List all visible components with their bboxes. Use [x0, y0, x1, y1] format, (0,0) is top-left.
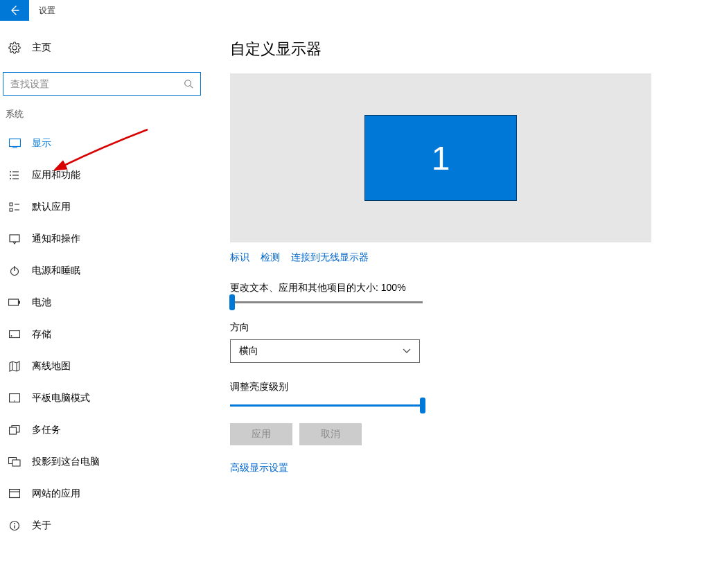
svg-point-0 — [185, 80, 191, 87]
sidebar-item-tablet[interactable]: 平板电脑模式 — [0, 382, 208, 414]
sidebar-item-default-apps[interactable]: 默认应用 — [0, 191, 208, 223]
sidebar-item-display[interactable]: 显示 — [0, 127, 208, 159]
sidebar-item-storage[interactable]: 存储 — [0, 319, 208, 350]
project-icon — [8, 457, 21, 467]
detect-link[interactable]: 检测 — [261, 251, 280, 264]
nav-label: 网站的应用 — [32, 488, 80, 500]
info-icon — [8, 520, 21, 531]
advanced-display-link[interactable]: 高级显示设置 — [230, 462, 288, 474]
search-icon — [184, 79, 193, 89]
svg-rect-18 — [19, 301, 20, 304]
home-button[interactable]: 主页 — [0, 33, 208, 62]
brightness-slider[interactable] — [230, 404, 423, 407]
gear-icon — [8, 42, 21, 54]
identify-link[interactable]: 标识 — [230, 251, 249, 264]
nav-label: 通知和操作 — [32, 233, 80, 245]
content-area: 自定义显示器 1 标识 检测 连接到无线显示器 更改文本、应用和其他项目的大小:… — [208, 21, 704, 588]
sidebar-item-power[interactable]: 电源和睡眠 — [0, 255, 208, 287]
sidebar-item-web-apps[interactable]: 网站的应用 — [0, 478, 208, 510]
tablet-icon — [8, 393, 21, 403]
svg-line-1 — [191, 86, 193, 89]
sidebar-item-project[interactable]: 投影到这台电脑 — [0, 446, 208, 478]
scale-setting: 更改文本、应用和其他项目的大小: 100% — [230, 282, 690, 303]
nav-label: 电源和睡眠 — [32, 265, 80, 277]
title-bar: 设置 — [0, 0, 704, 21]
svg-rect-25 — [12, 460, 20, 466]
multitask-icon — [8, 425, 21, 435]
scale-label: 更改文本、应用和其他项目的大小: 100% — [230, 282, 690, 294]
monitor-1[interactable]: 1 — [364, 115, 517, 201]
display-action-links: 标识 检测 连接到无线显示器 — [230, 251, 690, 264]
nav-label: 平板电脑模式 — [32, 392, 90, 404]
svg-rect-23 — [10, 427, 17, 434]
slider-thumb[interactable] — [229, 294, 235, 310]
search-input[interactable] — [10, 78, 193, 89]
scale-slider[interactable] — [230, 301, 423, 303]
map-icon — [8, 361, 21, 372]
svg-rect-10 — [10, 203, 12, 206]
page-title: 自定义显示器 — [230, 39, 690, 60]
brightness-label: 调整亮度级别 — [230, 381, 690, 393]
nav-label: 显示 — [32, 137, 51, 150]
slider-thumb[interactable] — [420, 398, 425, 413]
nav-label: 默认应用 — [32, 201, 71, 213]
sidebar-item-apps[interactable]: 应用和功能 — [0, 159, 208, 191]
button-row: 应用 取消 — [230, 423, 690, 445]
svg-rect-14 — [10, 235, 19, 242]
home-label: 主页 — [32, 42, 51, 54]
search-box[interactable] — [3, 72, 201, 96]
nav-label: 电池 — [32, 296, 51, 309]
monitor-preview-area[interactable]: 1 — [230, 73, 651, 242]
sidebar-item-battery[interactable]: 电池 — [0, 287, 208, 319]
apply-button[interactable]: 应用 — [230, 423, 292, 445]
monitor-icon — [8, 139, 21, 148]
notification-icon — [8, 233, 21, 244]
chevron-down-icon — [403, 348, 411, 354]
window-title: 设置 — [39, 5, 55, 17]
svg-rect-17 — [9, 299, 19, 305]
battery-icon — [8, 299, 21, 307]
web-apps-icon — [8, 489, 21, 499]
nav-label: 应用和功能 — [32, 169, 80, 181]
orientation-setting: 方向 横向 — [230, 321, 690, 363]
sidebar-item-about[interactable]: 关于 — [0, 510, 208, 542]
svg-rect-2 — [9, 139, 20, 147]
sidebar-item-notifications[interactable]: 通知和操作 — [0, 223, 208, 255]
nav-label: 投影到这台电脑 — [32, 456, 100, 468]
svg-rect-12 — [10, 208, 12, 211]
sidebar-item-multitask[interactable]: 多任务 — [0, 414, 208, 446]
nav-label: 存储 — [32, 328, 51, 341]
back-button[interactable] — [0, 0, 29, 21]
cancel-button[interactable]: 取消 — [299, 423, 362, 445]
svg-point-22 — [14, 400, 15, 402]
nav-label: 离线地图 — [32, 360, 71, 373]
nav-label: 关于 — [32, 519, 51, 532]
monitor-number: 1 — [432, 139, 450, 177]
svg-rect-19 — [10, 331, 20, 338]
list-icon — [8, 170, 21, 181]
sidebar-item-maps[interactable]: 离线地图 — [0, 350, 208, 382]
orientation-dropdown[interactable]: 横向 — [230, 339, 420, 363]
sidebar: 主页 系统 显示 应用和功能 默认应用 — [0, 21, 208, 588]
default-apps-icon — [8, 202, 21, 213]
nav-label: 多任务 — [32, 424, 61, 436]
orientation-label: 方向 — [230, 321, 690, 334]
arrow-left-icon — [9, 5, 20, 16]
svg-point-29 — [14, 523, 15, 524]
storage-icon — [8, 330, 21, 339]
brightness-setting: 调整亮度级别 — [230, 381, 690, 407]
svg-point-20 — [11, 335, 12, 337]
power-icon — [8, 265, 21, 276]
section-label: 系统 — [0, 108, 208, 121]
orientation-value: 横向 — [239, 345, 258, 357]
svg-rect-26 — [10, 490, 20, 498]
wireless-link[interactable]: 连接到无线显示器 — [291, 251, 369, 264]
